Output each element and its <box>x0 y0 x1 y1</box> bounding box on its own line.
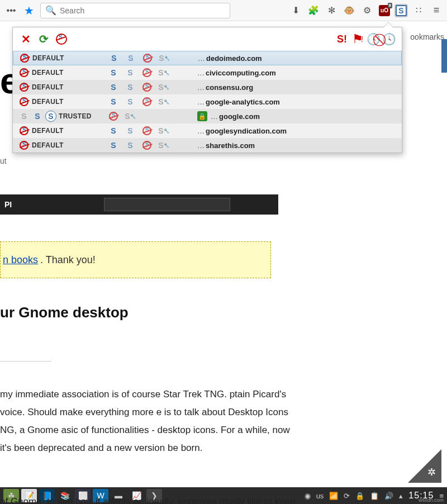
search-input[interactable] <box>60 6 225 15</box>
temp-s-icon[interactable]: S <box>32 111 43 122</box>
permission-selector[interactable]: DEFAULT <box>18 82 108 93</box>
status-s-icon[interactable]: S! <box>336 33 348 45</box>
nav-input[interactable] <box>104 198 230 211</box>
corner-gear-icon[interactable]: ✲ <box>427 466 436 478</box>
s-icon-1[interactable]: S <box>108 82 119 93</box>
ublock-icon[interactable]: uO8 <box>379 5 390 16</box>
s-icon-1[interactable]: S <box>108 53 120 64</box>
permission-icons: SSS🔧 <box>108 67 197 78</box>
permission-icons: S🔧 <box>108 111 197 122</box>
bookmarks-toolbar-label[interactable]: ookmarks <box>410 32 444 41</box>
permission-selector[interactable]: DEFAULT <box>18 140 108 151</box>
permission-row[interactable]: DEFAULTSSS🔧…google-analytics.com <box>13 94 402 109</box>
revoke-temp-icon[interactable]: 🕓⃠ <box>383 33 395 45</box>
s-icon-blocked[interactable] <box>141 96 153 107</box>
blocked-s-icon[interactable] <box>18 82 30 93</box>
blocked-s-icon[interactable] <box>18 67 30 78</box>
lock-tray-icon[interactable]: 🔒 <box>355 492 364 500</box>
s-icon-custom[interactable]: S🔧 <box>158 96 169 107</box>
domain-prefix: … <box>197 127 205 135</box>
s-icon-1[interactable]: S <box>108 67 119 78</box>
overflow-menu-icon[interactable]: ••• <box>4 4 18 17</box>
gear-ext-icon[interactable]: ⚙ <box>361 4 373 17</box>
permission-label: TRUSTED <box>59 112 92 120</box>
s-icon-custom[interactable]: S🔧 <box>125 111 136 122</box>
domain-cell[interactable]: …google.com <box>211 112 260 121</box>
permission-selector[interactable]: DEFAULT <box>18 96 108 107</box>
article-paragraph-1: my immediate association is of course St… <box>0 386 296 457</box>
temp-allow-icon[interactable]: 🕓 <box>367 33 379 45</box>
tray-chevron-icon[interactable]: ▴ <box>399 492 403 500</box>
hamburger-menu-icon[interactable]: ≡ <box>430 4 443 17</box>
s-icon-2[interactable]: S <box>125 96 136 107</box>
s-icon-blocked[interactable] <box>108 111 119 122</box>
s-icon-custom[interactable]: S🔧 <box>158 67 169 78</box>
blocked-s-icon[interactable] <box>18 125 30 136</box>
permission-icons: SSS🔧 <box>108 53 198 64</box>
s-icon-1[interactable]: S <box>108 125 119 136</box>
permission-selector[interactable]: DEFAULT <box>18 125 108 136</box>
s-icon-2[interactable]: S <box>125 67 136 78</box>
monkey-ext-icon[interactable]: 🐵 <box>343 4 355 17</box>
s-icon-1[interactable]: S <box>108 96 119 107</box>
s-icon-custom[interactable]: S🔧 <box>158 125 169 136</box>
s-icon-1[interactable]: S <box>108 140 119 151</box>
blocked-s-icon[interactable] <box>18 140 30 151</box>
permission-row[interactable]: DEFAULTSSS🔧…civiccomputing.com <box>13 65 402 80</box>
noscript-icon[interactable]: S <box>396 5 407 16</box>
domain-cell[interactable]: …civiccomputing.com <box>197 69 276 77</box>
permission-label: DEFAULT <box>32 69 64 77</box>
reload-icon[interactable]: ⟳ <box>37 33 50 45</box>
s-icon-2[interactable]: S <box>125 140 136 151</box>
permission-selector[interactable]: SSSTRUSTED <box>18 111 108 122</box>
domain-cell[interactable]: …dedoimedo.com <box>198 54 262 63</box>
domain-cell[interactable]: …googlesyndication.com <box>197 127 287 135</box>
clipboard-tray-icon[interactable]: 📋 <box>370 492 379 500</box>
bookmark-star-icon[interactable]: ★ <box>22 4 36 17</box>
s-icon-2[interactable]: S <box>125 53 136 64</box>
s-icon-blocked[interactable] <box>141 125 153 136</box>
permission-row[interactable]: DEFAULTSSS🔧…dedoimedo.com <box>13 51 402 65</box>
blocked-s-icon[interactable] <box>18 96 30 107</box>
scrollbar-thumb[interactable] <box>441 39 447 73</box>
extensions-icon[interactable]: 🧩 <box>307 4 320 17</box>
permission-row[interactable]: DEFAULTSSS🔧…consensu.org <box>13 80 402 94</box>
s-icon-blocked[interactable] <box>141 82 153 93</box>
wifi-icon[interactable]: 📶 <box>329 492 338 500</box>
s-icon-blocked[interactable] <box>141 140 153 151</box>
volume-icon[interactable]: 🔊 <box>384 492 393 500</box>
updates-icon[interactable]: ⟳ <box>344 492 350 500</box>
s-icon-custom[interactable]: S🔧 <box>159 53 170 64</box>
s-icon-blocked[interactable] <box>142 53 153 64</box>
permission-row[interactable]: DEFAULTSSS🔧…sharethis.com <box>13 138 402 153</box>
warning-icon[interactable]: ⚑! <box>351 33 364 45</box>
tray-indicator-icon[interactable]: ◉ <box>305 492 311 500</box>
search-box[interactable]: 🔍 <box>40 3 230 18</box>
permission-row[interactable]: SSSTRUSTEDS🔧🔒…google.com <box>13 109 402 123</box>
nav-bar: PI <box>0 194 278 215</box>
domain-name: dedoimedo.com <box>206 54 262 63</box>
s-icon-custom[interactable]: S🔧 <box>158 140 169 151</box>
s-icon-2[interactable]: S <box>125 82 136 93</box>
permission-selector[interactable]: DEFAULT <box>19 53 108 64</box>
global-options-icon[interactable] <box>55 33 68 45</box>
domain-cell[interactable]: …consensu.org <box>197 83 253 92</box>
close-icon[interactable]: ✕ <box>20 33 32 45</box>
s-icon-blocked[interactable] <box>141 67 153 78</box>
trusted-s-icon[interactable]: S <box>45 111 56 122</box>
keyboard-layout[interactable]: us <box>316 492 324 500</box>
s-icon-custom[interactable]: S🔧 <box>158 82 169 93</box>
notice-link[interactable]: n books <box>3 254 38 266</box>
page-corner-fold[interactable] <box>408 449 441 483</box>
s-icon-2[interactable]: S <box>125 125 136 136</box>
addons-grid-icon[interactable]: ∷ <box>412 4 425 17</box>
default-s-icon[interactable]: S <box>18 111 30 122</box>
domain-name: google.com <box>219 112 260 121</box>
settings-icon[interactable]: ✻ <box>325 4 337 17</box>
blocked-s-icon[interactable] <box>19 53 30 64</box>
permission-selector[interactable]: DEFAULT <box>18 67 108 78</box>
domain-cell[interactable]: …sharethis.com <box>197 141 255 150</box>
permission-row[interactable]: DEFAULTSSS🔧…googlesyndication.com <box>13 123 402 138</box>
downloads-icon[interactable]: ⬇ <box>289 4 302 17</box>
domain-cell[interactable]: …google-analytics.com <box>197 98 280 106</box>
